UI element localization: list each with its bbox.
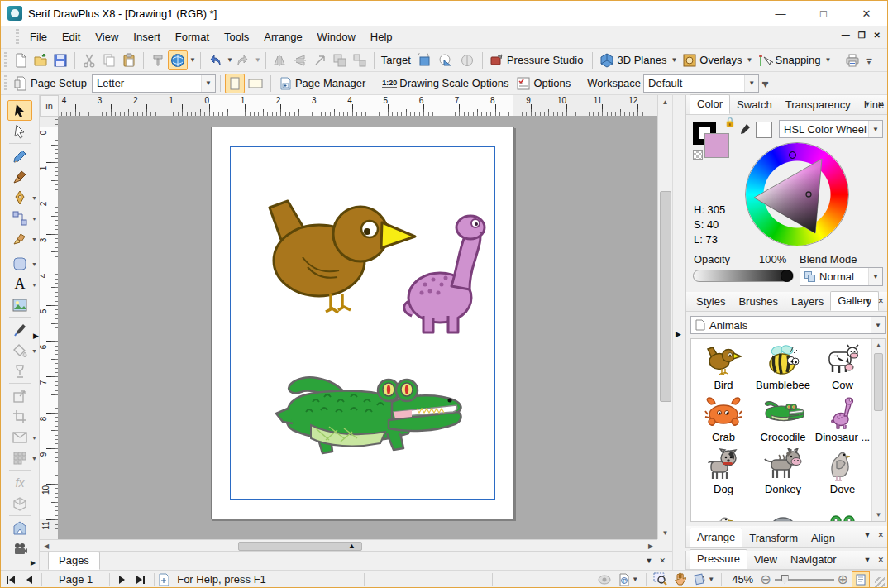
crocodile-drawing[interactable] xyxy=(263,366,465,461)
size-object-tool[interactable] xyxy=(7,385,32,406)
copy-button[interactable] xyxy=(99,50,119,70)
panel-menu-caret[interactable]: ▼ xyxy=(864,297,871,305)
doc-close-button[interactable]: ✕ xyxy=(874,31,881,40)
menu-file[interactable]: File xyxy=(22,27,55,46)
right-panel-collapse-handle[interactable]: ▶ xyxy=(676,330,681,338)
toolbar-overflow-button[interactable]: ▬▼ xyxy=(762,79,768,88)
white-color-chip[interactable] xyxy=(756,122,772,138)
transparency-tool[interactable] xyxy=(7,361,32,381)
zoom-marquee-button[interactable] xyxy=(650,571,670,588)
panel-close-button[interactable]: ✕ xyxy=(877,297,884,305)
menu-edit[interactable]: Edit xyxy=(55,27,88,46)
tab-navigator[interactable]: Navigator xyxy=(784,551,843,569)
redo-button[interactable] xyxy=(233,50,253,70)
node-tool[interactable] xyxy=(7,121,32,141)
workspace-combobox[interactable]: Default ▼ xyxy=(643,74,759,93)
menu-tools[interactable]: Tools xyxy=(217,27,256,46)
paste-button[interactable] xyxy=(119,50,139,70)
color-picker-tool[interactable] xyxy=(7,319,32,340)
target-both-button[interactable] xyxy=(456,50,478,70)
lock-icon[interactable]: 🔒 xyxy=(724,117,736,127)
opacity-knob[interactable] xyxy=(781,270,793,282)
horizontal-ruler[interactable]: 43210123456789101112 xyxy=(59,95,657,117)
gallery-scroll-thumb[interactable] xyxy=(874,353,883,411)
bird-drawing[interactable] xyxy=(260,198,418,315)
tools-expand-arrow[interactable]: ▶ xyxy=(31,559,36,566)
quickshape-tool[interactable]: ▼ xyxy=(7,253,32,274)
pen-tool[interactable]: ▼ xyxy=(7,187,32,208)
connector-tool[interactable]: ▼ xyxy=(7,208,32,228)
scroll-right-arrow[interactable]: ▶ xyxy=(644,540,657,552)
instant-3d-tool[interactable] xyxy=(7,493,32,514)
flood-fill-tool[interactable]: ▼ xyxy=(7,340,32,361)
scroll-down-arrow[interactable]: ▼ xyxy=(658,526,672,539)
right-panel-splitter[interactable]: ▶ xyxy=(672,95,685,570)
zoom-out-icon[interactable]: ⊖ xyxy=(760,571,771,587)
workspace-caret[interactable]: ▼ xyxy=(744,75,758,92)
gallery-item-bird[interactable]: Bird xyxy=(695,342,752,391)
gallery-item-dinosaur[interactable]: Dinosaur ... xyxy=(814,394,871,443)
menu-help[interactable]: Help xyxy=(363,27,400,46)
paper-size-combobox[interactable]: Letter ▼ xyxy=(92,74,216,93)
panel-menu-caret[interactable]: ▼ xyxy=(864,556,871,564)
tab-pages[interactable]: Pages xyxy=(48,552,100,570)
tab-swatch[interactable]: Swatch xyxy=(730,96,779,114)
menu-window[interactable]: Window xyxy=(310,27,363,46)
gallery-item-crocodile[interactable]: Crocodile xyxy=(754,394,812,443)
table-tool[interactable]: ▼ xyxy=(7,447,32,468)
doc-restore-button[interactable]: ❐ xyxy=(858,31,866,40)
pan-button[interactable] xyxy=(670,571,690,588)
menu-arrange[interactable]: Arrange xyxy=(256,27,309,46)
gallery-scrollbar[interactable]: ▲ ▼ xyxy=(871,339,885,521)
menu-format[interactable]: Format xyxy=(168,27,217,46)
rotate-left-button[interactable] xyxy=(310,50,330,70)
gallery-item-cow[interactable]: Cow xyxy=(814,342,871,391)
tab-transparency[interactable]: Transparency xyxy=(779,96,857,114)
tab-pressure[interactable]: Pressure xyxy=(690,549,747,569)
fill-color-swatch[interactable] xyxy=(704,133,729,158)
fit-page-button[interactable] xyxy=(852,571,870,588)
options-button[interactable]: Options xyxy=(513,74,575,93)
picture-tool[interactable] xyxy=(7,294,32,315)
panel-close-button[interactable]: ✕ xyxy=(877,556,884,564)
text-tool[interactable]: A ▼ xyxy=(7,274,32,294)
ungroup-button[interactable] xyxy=(350,50,370,70)
pointer-tool[interactable] xyxy=(7,100,32,121)
new-document-button[interactable] xyxy=(11,50,31,70)
toolbar-grip[interactable] xyxy=(16,29,19,45)
panel-menu-caret[interactable]: ▼ xyxy=(864,531,871,539)
undo-caret[interactable]: ▼ xyxy=(227,56,233,64)
vertical-scrollbar[interactable]: ▲ ▼ xyxy=(657,95,672,539)
zoom-slider[interactable] xyxy=(775,579,834,581)
scroll-left-arrow[interactable]: ◀ xyxy=(40,540,53,552)
gallery-item-partial[interactable] xyxy=(754,501,812,522)
menu-view[interactable]: View xyxy=(88,27,126,46)
undo-button[interactable] xyxy=(205,50,225,70)
toolbar-grip[interactable] xyxy=(4,75,7,91)
rotate-view-caret[interactable]: ▼ xyxy=(708,576,714,583)
vertical-scroll-thumb[interactable] xyxy=(660,191,671,402)
format-painter-button[interactable] xyxy=(148,50,168,70)
next-page-button[interactable] xyxy=(113,576,131,584)
snapping-caret[interactable]: ▼ xyxy=(824,56,831,64)
paintbrush-tool[interactable] xyxy=(7,166,32,187)
proof-preview-caret[interactable]: ▼ xyxy=(632,576,638,583)
redo-caret[interactable]: ▼ xyxy=(255,56,261,64)
crop-tool[interactable] xyxy=(7,406,32,427)
transparency-chip[interactable] xyxy=(693,150,703,160)
pressure-studio-button[interactable]: Pressure Studio xyxy=(487,50,589,70)
opacity-slider[interactable] xyxy=(693,270,794,282)
gallery-item-dog[interactable]: Dog xyxy=(695,447,752,495)
tab-view[interactable]: View xyxy=(747,551,784,569)
target-line-button[interactable] xyxy=(435,50,456,70)
gallery-category-caret[interactable]: ▼ xyxy=(871,317,885,333)
resize-grip[interactable] xyxy=(875,577,885,587)
save-button[interactable] xyxy=(50,50,70,70)
cut-button[interactable] xyxy=(79,50,99,70)
paper-size-caret[interactable]: ▼ xyxy=(201,75,215,92)
hue-marker[interactable] xyxy=(789,151,796,159)
flip-vertical-button[interactable] xyxy=(290,50,310,70)
scroll-up-arrow[interactable]: ▲ xyxy=(872,339,885,351)
landscape-button[interactable] xyxy=(245,74,266,93)
flip-horizontal-button[interactable] xyxy=(270,50,290,70)
